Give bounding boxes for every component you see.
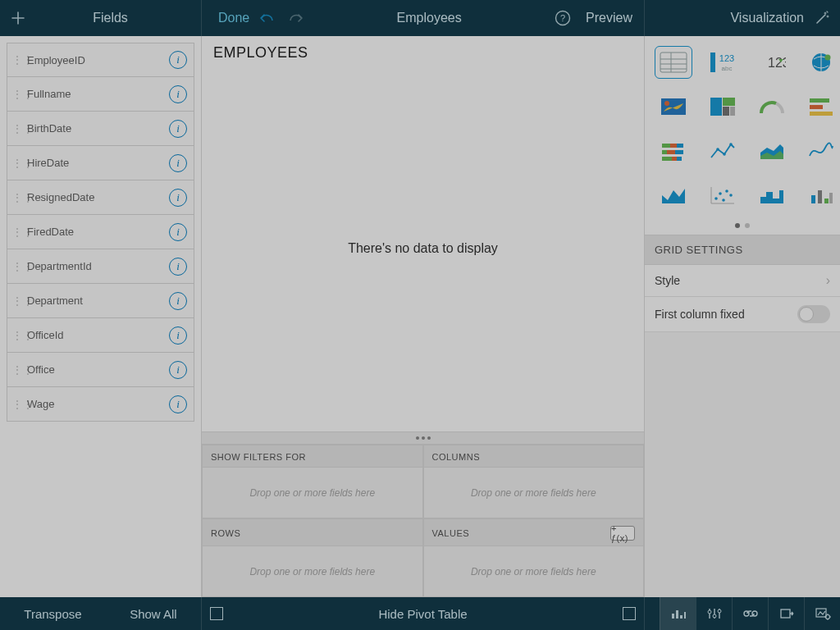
right-pane-toggle[interactable] xyxy=(623,607,636,620)
svg-rect-15 xyxy=(710,98,722,116)
tab-visualizations[interactable] xyxy=(660,597,696,630)
main-panel: EMPLOYEES There's no data to display SHO… xyxy=(202,36,645,597)
field-row[interactable]: ⋮⋮EmployeeIDi xyxy=(7,43,194,77)
svg-rect-24 xyxy=(677,144,683,148)
viz-text[interactable]: 123 xyxy=(753,46,791,79)
viz-pivot[interactable]: 123abc xyxy=(704,46,742,79)
drag-handle-icon[interactable]: ⋮⋮ xyxy=(12,226,22,238)
viz-gauge[interactable] xyxy=(753,90,791,123)
viz-grid-view[interactable] xyxy=(655,46,692,79)
field-row[interactable]: ⋮⋮DepartmentIdi xyxy=(7,249,194,284)
viz-area-stacked[interactable] xyxy=(753,135,791,167)
info-icon[interactable]: i xyxy=(169,120,187,138)
pivot-filters-drop[interactable]: Drop one or more fields here xyxy=(202,468,423,518)
drag-handle-icon[interactable]: ⋮⋮ xyxy=(12,261,22,272)
tab-adjust[interactable] xyxy=(696,597,732,630)
done-button[interactable]: Done xyxy=(218,11,249,25)
pivot-resize-handle[interactable] xyxy=(202,431,644,445)
visualization-panel: 123abc 123 xyxy=(645,36,840,597)
info-icon[interactable]: i xyxy=(169,223,187,241)
drag-handle-icon[interactable]: ⋮⋮ xyxy=(12,364,22,376)
tab-settings[interactable] xyxy=(804,597,840,630)
svg-point-32 xyxy=(723,153,726,156)
viz-image-map[interactable] xyxy=(655,90,692,123)
magic-wand-button[interactable] xyxy=(812,8,832,28)
field-row[interactable]: ⋮⋮ResignedDatei xyxy=(7,180,194,215)
svg-point-49 xyxy=(708,610,711,614)
bottombar: Transpose Show All Hide Pivot Table xyxy=(0,597,840,630)
viz-area[interactable] xyxy=(655,179,692,212)
drag-handle-icon[interactable]: ⋮⋮ xyxy=(12,399,22,410)
svg-rect-7 xyxy=(710,52,715,72)
add-field-button[interactable] xyxy=(8,8,28,28)
show-all-button[interactable]: Show All xyxy=(130,607,177,621)
drag-handle-icon[interactable]: ⋮⋮ xyxy=(12,192,22,203)
info-icon[interactable]: i xyxy=(169,361,187,379)
svg-rect-18 xyxy=(730,107,735,116)
info-icon[interactable]: i xyxy=(169,85,187,103)
svg-rect-41 xyxy=(811,195,815,203)
left-pane-toggle[interactable] xyxy=(210,607,223,620)
redo-button[interactable] xyxy=(285,8,305,28)
viz-stacked-bar[interactable] xyxy=(655,135,692,167)
info-icon[interactable]: i xyxy=(169,154,187,172)
svg-rect-43 xyxy=(824,199,829,203)
field-name: DepartmentId xyxy=(27,260,169,272)
svg-rect-30 xyxy=(677,157,682,161)
field-row[interactable]: ⋮⋮FiredDatei xyxy=(7,215,194,249)
drag-handle-icon[interactable]: ⋮⋮ xyxy=(12,295,22,307)
field-row[interactable]: ⋮⋮Officei xyxy=(7,353,194,387)
svg-text:abc: abc xyxy=(722,65,733,72)
drag-handle-icon[interactable]: ⋮⋮ xyxy=(12,54,22,66)
undo-button[interactable] xyxy=(258,8,277,28)
info-icon[interactable]: i xyxy=(169,292,187,310)
pivot-values-drop[interactable]: Drop one or more fields here xyxy=(423,546,645,597)
viz-spline[interactable] xyxy=(802,135,840,167)
field-row[interactable]: ⋮⋮OfficeIdi xyxy=(7,318,194,353)
tab-export[interactable] xyxy=(768,597,804,630)
field-row[interactable]: ⋮⋮Wagei xyxy=(7,387,194,422)
viz-treemap[interactable] xyxy=(704,90,742,123)
drag-handle-icon[interactable]: ⋮⋮ xyxy=(12,158,22,169)
pivot-columns-drop[interactable]: Drop one or more fields here xyxy=(423,468,645,518)
style-label: Style xyxy=(655,274,680,287)
viz-pager[interactable] xyxy=(645,217,840,235)
viz-column[interactable] xyxy=(802,179,840,212)
svg-rect-13 xyxy=(661,98,686,115)
info-icon[interactable]: i xyxy=(169,189,187,207)
viz-step-area[interactable] xyxy=(753,179,791,212)
style-row[interactable]: Style › xyxy=(645,265,840,297)
add-calculated-field-button[interactable]: + ƒ(x) xyxy=(610,526,635,541)
drag-handle-icon[interactable]: ⋮⋮ xyxy=(12,89,22,100)
field-name: Department xyxy=(27,294,169,307)
svg-point-12 xyxy=(825,55,831,61)
viz-bar-horizontal[interactable] xyxy=(802,90,840,123)
tab-link[interactable] xyxy=(732,597,768,630)
svg-rect-42 xyxy=(818,190,822,203)
svg-rect-16 xyxy=(723,98,735,106)
viz-map-globe[interactable] xyxy=(802,46,840,79)
svg-rect-23 xyxy=(670,144,677,148)
hide-pivot-button[interactable]: Hide Pivot Table xyxy=(223,607,623,621)
pivot-rows-drop[interactable]: Drop one or more fields here xyxy=(202,546,423,597)
svg-rect-54 xyxy=(781,609,790,618)
help-button[interactable]: ? xyxy=(553,8,573,28)
field-row[interactable]: ⋮⋮Fullnamei xyxy=(7,77,194,112)
field-row[interactable]: ⋮⋮HireDatei xyxy=(7,146,194,180)
drag-handle-icon[interactable]: ⋮⋮ xyxy=(12,123,22,135)
field-row[interactable]: ⋮⋮Departmenti xyxy=(7,284,194,318)
info-icon[interactable]: i xyxy=(169,258,187,276)
transpose-button[interactable]: Transpose xyxy=(24,607,81,621)
svg-point-14 xyxy=(664,101,669,106)
svg-rect-46 xyxy=(676,610,678,619)
field-row[interactable]: ⋮⋮BirthDatei xyxy=(7,112,194,146)
info-icon[interactable]: i xyxy=(169,326,187,345)
info-icon[interactable]: i xyxy=(169,395,187,413)
viz-line[interactable] xyxy=(704,135,742,167)
preview-button[interactable]: Preview xyxy=(586,11,632,25)
viz-scatter[interactable] xyxy=(704,179,742,212)
field-name: Office xyxy=(27,363,169,376)
first-column-fixed-toggle[interactable] xyxy=(797,305,830,323)
info-icon[interactable]: i xyxy=(169,51,187,69)
drag-handle-icon[interactable]: ⋮⋮ xyxy=(12,330,22,341)
